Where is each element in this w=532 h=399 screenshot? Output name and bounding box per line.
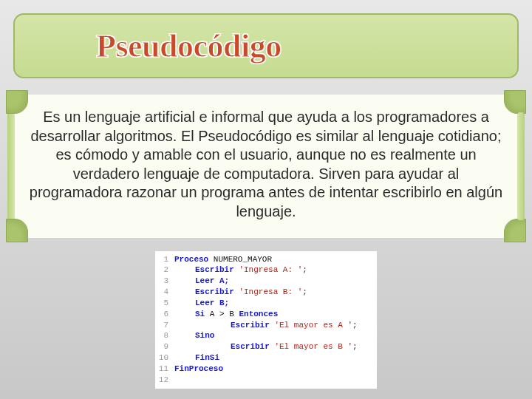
scroll-curl-icon xyxy=(504,90,526,114)
keyword: Escribir xyxy=(195,287,234,298)
line-number: 4 xyxy=(158,287,174,298)
title-banner: Pseudocódigo xyxy=(13,13,519,78)
line-number: 7 xyxy=(158,320,174,331)
line-number: 6 xyxy=(158,309,174,320)
string-literal: 'El mayor es B ' xyxy=(274,341,352,352)
line-number: 8 xyxy=(158,330,174,341)
identifier: NUMERO_MAYOR xyxy=(214,254,272,265)
line-number: 12 xyxy=(158,375,174,386)
line-number: 5 xyxy=(158,298,174,309)
string-literal: 'Ingresa A: ' xyxy=(239,265,302,276)
line-number: 11 xyxy=(158,364,174,375)
condition: A > B xyxy=(210,309,234,320)
code-example: 1Proceso NUMERO_MAYOR 2Escribir 'Ingresa… xyxy=(155,251,377,389)
string-literal: 'Ingresa B: ' xyxy=(239,287,302,298)
keyword: Escribir xyxy=(231,341,270,352)
description-text: Es un lenguaje artificial e informal que… xyxy=(25,108,507,222)
keyword: FinSi xyxy=(195,352,219,364)
line-number: 2 xyxy=(158,265,174,276)
string-literal: 'El mayor es A ' xyxy=(274,320,352,331)
keyword: Si xyxy=(195,309,205,320)
keyword: FinProceso xyxy=(174,364,223,375)
line-number: 9 xyxy=(158,341,174,352)
keyword: Entonces xyxy=(239,309,278,320)
keyword: Leer A; xyxy=(195,276,229,287)
description-scroll: Es un lenguaje artificial e informal que… xyxy=(9,95,523,238)
keyword: Escribir xyxy=(195,265,234,276)
keyword: Leer B; xyxy=(195,298,229,309)
keyword: Sino xyxy=(195,330,214,341)
line-number: 1 xyxy=(158,254,174,265)
scroll-curl-icon xyxy=(6,219,28,242)
line-number: 3 xyxy=(158,276,174,287)
keyword: Proceso xyxy=(174,254,208,265)
keyword: Escribir xyxy=(231,320,270,331)
scroll-curl-icon xyxy=(504,219,526,242)
page-title: Pseudocódigo xyxy=(96,27,282,65)
line-number: 10 xyxy=(158,352,174,364)
